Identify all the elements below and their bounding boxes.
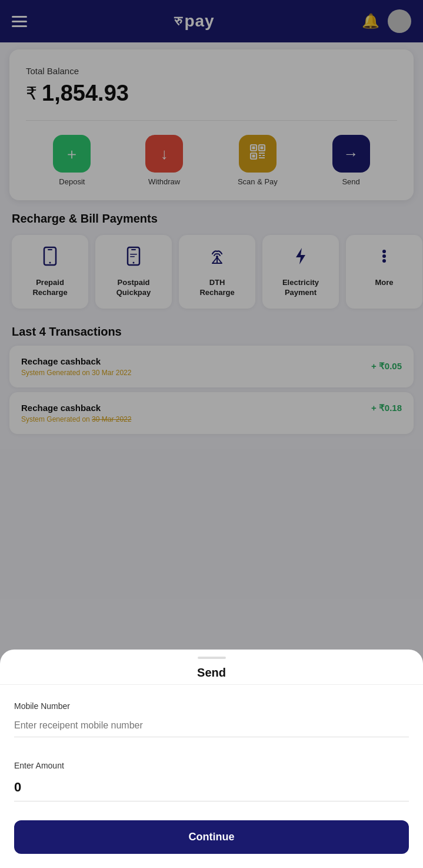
mobile-label: Mobile Number xyxy=(14,701,409,711)
sheet-divider xyxy=(0,684,423,685)
sheet-handle xyxy=(198,657,226,659)
amount-group: Enter Amount xyxy=(0,749,423,801)
sheet-title: Send xyxy=(0,659,423,680)
sheet-handle-row xyxy=(0,650,423,659)
amount-label: Enter Amount xyxy=(14,761,409,770)
continue-button[interactable]: Continue xyxy=(14,820,409,854)
mobile-number-input[interactable] xyxy=(14,717,409,737)
mobile-number-group: Mobile Number xyxy=(0,690,423,737)
send-bottom-sheet: Send Mobile Number Enter Amount Continue xyxy=(0,650,423,868)
amount-input[interactable] xyxy=(14,776,409,801)
